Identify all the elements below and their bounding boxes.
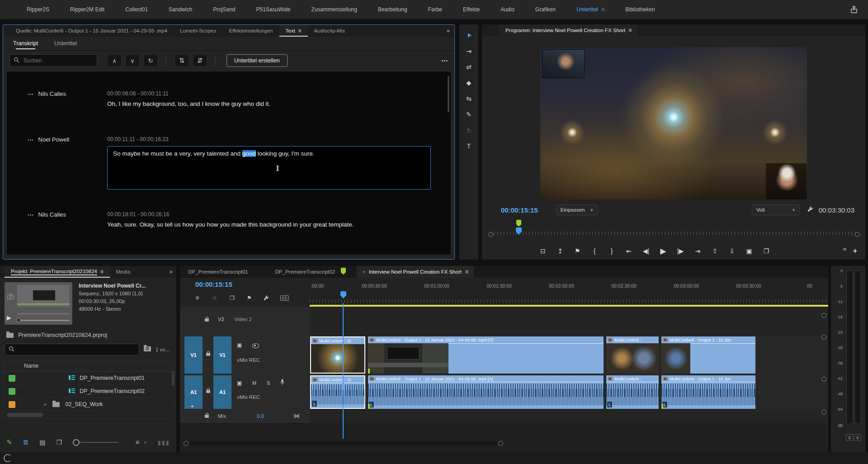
label-color-chip[interactable] <box>9 401 15 408</box>
comparison-view-icon[interactable]: ❐ <box>758 247 775 255</box>
expand-segments-icon[interactable]: ⇅ <box>175 54 189 67</box>
zoom-slider[interactable] <box>73 439 118 446</box>
tab-program-monitor[interactable]: Programm: Interview Noel Powell Creation… <box>499 24 638 36</box>
segment-options-icon[interactable]: ••• <box>28 137 34 142</box>
timeline-playhead-handle[interactable] <box>340 291 346 298</box>
preview-play-icon[interactable]: ▶ <box>7 314 11 321</box>
workspace-tab-grafiken[interactable]: Grafiken <box>525 6 566 13</box>
mix-track-label[interactable]: Mix <box>218 413 226 419</box>
pen-tool[interactable]: ✎ <box>463 109 475 120</box>
track-v2-name[interactable]: Video 2 <box>234 317 252 322</box>
camera-icon[interactable] <box>7 294 14 301</box>
tab-media-browser[interactable]: Media <box>110 266 137 278</box>
item-name[interactable]: 02_SEQ_Work <box>65 401 103 407</box>
timeline-zoom-handle-left[interactable] <box>184 441 189 446</box>
tab-project[interactable]: Projekt: PremiereTranscript20210824 ≡ <box>5 266 110 278</box>
workspace-menu-icon[interactable]: ≡ <box>601 6 604 13</box>
timeline-zoom-handle-right[interactable] <box>498 441 503 446</box>
tab-untertitel[interactable]: Untertitel <box>54 40 77 47</box>
timeline-settings-wrench-icon[interactable] <box>263 295 269 303</box>
razor-tool[interactable]: ◆ <box>463 77 475 88</box>
solo-track-button[interactable]: S <box>267 380 270 386</box>
previous-match-button[interactable]: ∧ <box>107 54 122 67</box>
project-search-input[interactable] <box>18 346 119 353</box>
transcript-more-icon[interactable]: ••• <box>441 58 448 63</box>
list-header-row[interactable]: Name <box>3 360 173 372</box>
mark-in-icon[interactable]: { <box>586 247 603 255</box>
workspace-tab-projsand[interactable]: ProjSand <box>203 6 245 13</box>
lock-track-icon[interactable] <box>205 318 209 322</box>
track-resize-handle[interactable] <box>821 335 826 340</box>
search-input[interactable] <box>23 57 94 64</box>
extract-icon[interactable]: ⇩ <box>723 247 741 255</box>
new-item-icons[interactable]: ▮▮▮ <box>158 439 170 446</box>
preview-scrub-handle[interactable] <box>16 318 21 322</box>
track-a1-lane[interactable]: fxMultiCorder6 - O L fxMultiCorder6 - Ou… <box>310 374 828 410</box>
step-forward-icon[interactable]: |▶ <box>672 247 689 255</box>
tab-lumetri-scopes[interactable]: Lumetri-Scopes <box>174 25 223 37</box>
project-item-row[interactable]: DP_PremiereTranscript01 <box>3 372 173 385</box>
program-timecode[interactable]: 00:00:15:15 <box>501 206 538 214</box>
solo-right-button[interactable]: S <box>854 434 861 441</box>
workspace-tab-untertitel[interactable]: Untertitel ≡ <box>566 6 615 13</box>
tab-text[interactable]: Text ≡ <box>279 25 308 37</box>
zoom-slider-handle[interactable] <box>73 439 80 446</box>
label-color-chip[interactable] <box>9 375 15 382</box>
tab-overflow-icon[interactable]: » <box>170 268 173 275</box>
mute-track-button[interactable]: M <box>252 380 256 386</box>
collapse-segments-icon[interactable]: ⇵ <box>193 54 207 67</box>
mark-out-icon[interactable]: } <box>603 247 620 255</box>
track-resize-handle[interactable] <box>821 410 826 415</box>
workspace-tab-bibliotheken[interactable]: Bibliotheken <box>615 6 665 13</box>
mix-level-value[interactable]: 0,0 <box>257 413 264 419</box>
transcript-segment[interactable]: ••• Nils Calles 00:00:06:06 - 00:00:11:1… <box>7 90 451 107</box>
track-v1-name[interactable]: vMix REC <box>237 357 260 363</box>
snap-icon[interactable]: ∩ <box>212 294 217 301</box>
transcript-segment[interactable]: ••• Nils Calles 00:00:18:01 - 00:00:26:1… <box>7 211 451 228</box>
toggle-track-output-icon[interactable] <box>252 343 259 348</box>
add-marker-icon[interactable]: ⚑ <box>247 295 252 301</box>
project-hscrollbar[interactable] <box>7 413 43 417</box>
freeform-view-icon[interactable]: ❐ <box>56 439 62 446</box>
timeline-playhead-line[interactable] <box>343 303 344 439</box>
workspace-tab-ripper2s[interactable]: Ripper2S <box>16 6 60 13</box>
playback-resolution-dropdown[interactable]: Voll ∨ <box>752 204 800 215</box>
segment-text[interactable]: Yeah, sure. Okay, so tell us how you how… <box>107 221 354 228</box>
timeline-clip-a1-4[interactable]: fxMultiCorder6 - Output 1 - 15 Jan L <box>661 375 755 409</box>
project-panel-menu-icon[interactable]: ≡ <box>100 269 104 275</box>
voiceover-mic-icon[interactable] <box>280 379 284 387</box>
next-match-button[interactable]: ∨ <box>125 54 140 67</box>
icon-view-icon[interactable]: ▤ <box>39 439 45 446</box>
timeline-display-settings-icon[interactable]: ▣ <box>237 380 242 386</box>
step-back-icon[interactable]: ◀| <box>637 247 655 255</box>
timeline-hscrollbar[interactable] <box>190 441 497 445</box>
play-icon[interactable]: ▶ <box>655 246 672 256</box>
add-track-icon[interactable]: + <box>191 403 193 409</box>
export-icon[interactable]: ↥ <box>552 247 569 255</box>
transcript-search-box[interactable] <box>9 54 97 67</box>
project-item-row[interactable]: > 02_SEQ_Work <box>3 398 173 411</box>
workspace-tab-ripper2m-edit[interactable]: Ripper2M Edit <box>60 6 115 13</box>
column-header-name[interactable]: Name <box>24 363 38 369</box>
timeline-ruler[interactable]: :00:00 00:00:30:00 00:01:00:00 00:01:30:… <box>310 278 828 307</box>
timeline-clip-v1-2[interactable]: fxMultiCorder6 - Output 1 - 15 Januar 20… <box>368 336 604 374</box>
nested-sequence-icon[interactable]: ❐ <box>230 295 235 301</box>
timeline-clip-v1-4[interactable]: fxMultiCorder6 - Output 1 - 15 Jan <box>661 336 755 374</box>
timeline-menu-icon[interactable]: ≡ <box>465 269 468 275</box>
track-target-a1[interactable]: A1 <box>213 375 231 409</box>
list-view-icon[interactable]: ≣ <box>23 438 29 446</box>
track-a1-name[interactable]: vMix REC <box>237 394 260 400</box>
track-select-forward-tool[interactable]: ⇥ <box>463 46 475 57</box>
close-tab-icon[interactable]: × <box>362 269 365 275</box>
workspace-tab-sandwich[interactable]: Sandwich <box>158 6 203 13</box>
project-search-box[interactable] <box>5 344 139 355</box>
timeline-tab-active[interactable]: × Interview Noel Powell Creation FX Shor… <box>357 266 474 278</box>
segment-text[interactable]: Oh, I like my background, too, and I kno… <box>107 100 270 107</box>
track-v1-lane[interactable]: fxMultiCorder6 - O fxMultiCorder6 - Outp… <box>310 336 828 375</box>
segment-options-icon[interactable]: ••• <box>28 213 34 218</box>
lock-track-icon[interactable] <box>206 390 210 393</box>
transcript-segment-editing[interactable]: ••• Noel Powell 00:00:11:11 - 00:00:16:2… <box>7 136 451 189</box>
go-to-out-icon[interactable]: ⇥ <box>689 247 706 255</box>
zoom-slider-track[interactable] <box>80 442 118 443</box>
project-item-row[interactable]: DP_PremiereTranscript02 <box>3 385 173 398</box>
